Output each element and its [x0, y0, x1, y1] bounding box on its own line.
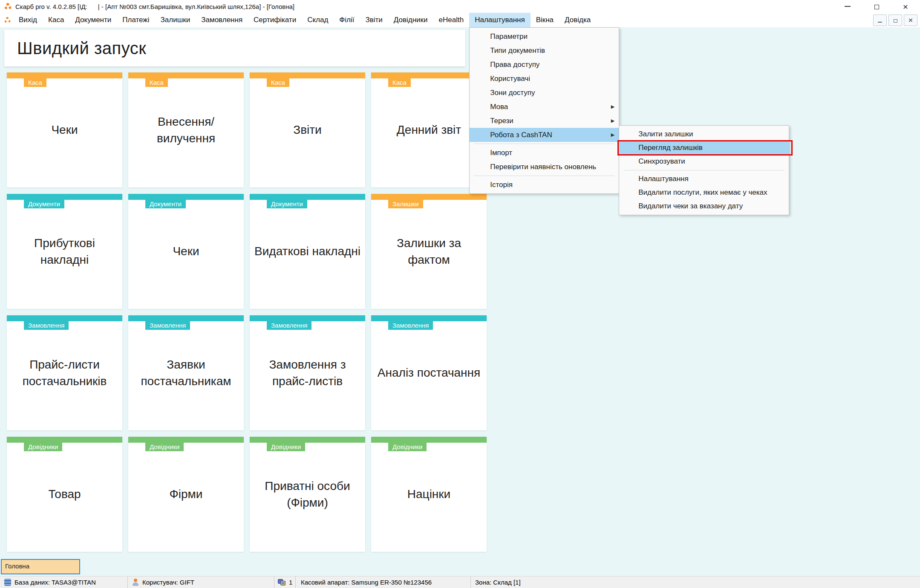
submenu-item-perehliad-zalyshkiv[interactable]: Перегляд залишків	[619, 141, 789, 155]
menubar-item-vykhid[interactable]: Вихід	[13, 13, 43, 27]
tile-pryvatni-osoby[interactable]: Довідники Приватні особи (Фірми)	[250, 437, 365, 552]
tile-category-tag: Довідники	[388, 443, 427, 451]
tab-holovna[interactable]: Головна	[1, 559, 80, 574]
mdi-minimize-button[interactable]	[873, 14, 887, 26]
menu-item-perevirity-onovlennia[interactable]: Перевірити наявність оновлень	[470, 160, 619, 174]
submenu-item-nalashtuvannia[interactable]: Налаштування	[619, 172, 789, 186]
menu-item-parametry[interactable]: Параметри	[470, 29, 619, 43]
status-database: База даних: TASA3@TITAN	[0, 576, 128, 588]
tile-category-tag: Замовлення	[388, 321, 433, 330]
quick-launch-grid: Каса Чеки Каса Внесення/вилучення Каса З…	[7, 72, 487, 552]
menu-separator	[474, 176, 614, 176]
menubar-item-nalashtuvannia[interactable]: Налаштування Параметри Типи документів П…	[469, 13, 531, 27]
tile-category-tag: Документи	[145, 200, 186, 208]
submenu-item-vydalyty-posluhy[interactable]: Видалити послуги, яких немає у чеках	[619, 186, 789, 199]
status-cash-register: Касовий апарат: Samsung ER-350 №123456	[296, 576, 471, 588]
tile-category-strip	[7, 194, 122, 200]
tile-cheky-kasa[interactable]: Каса Чеки	[7, 72, 122, 187]
tile-category-tag: Замовлення	[24, 321, 69, 330]
tile-prais-lysty-postachalnykiv[interactable]: Замовлення Прайс-листи постачальників	[7, 315, 122, 430]
restore-icon	[874, 5, 879, 9]
submenu-item-vydalyty-cheky[interactable]: Видалити чеки за вказану дату	[619, 199, 789, 213]
mdi-window-controls: ×	[873, 14, 917, 26]
tile-category-tag: Каса	[145, 78, 168, 87]
status-bar: База даних: TASA3@TITAN Користувач: GIFT…	[0, 576, 920, 588]
menu-item-zony-dostupu[interactable]: Зони доступу	[470, 86, 619, 100]
menubar-item-zvity[interactable]: Звіти	[360, 13, 388, 27]
tile-tovar[interactable]: Довідники Товар	[7, 437, 122, 552]
menubar-item-vikna[interactable]: Вікна	[531, 13, 559, 27]
tile-category-strip	[7, 315, 122, 321]
tile-category-strip	[128, 72, 244, 78]
tile-category-strip	[128, 315, 244, 321]
minimize-button[interactable]	[833, 0, 862, 13]
tile-natsinky[interactable]: Довідники Націнки	[371, 437, 487, 552]
tile-cheky-dokumenty[interactable]: Документи Чеки	[128, 194, 244, 309]
main-content: Швидкий запуск Каса Чеки Каса Внесення/в…	[0, 27, 920, 576]
user-icon	[132, 579, 139, 586]
close-icon: ×	[903, 2, 908, 11]
submenu-arrow-icon: ▶	[611, 100, 614, 114]
tile-zvity-kasa[interactable]: Каса Звіти	[250, 72, 365, 187]
menu-item-import[interactable]: Імпорт	[470, 146, 619, 160]
status-register-count: 1	[274, 576, 296, 588]
menubar-item-ehealth[interactable]: eHealth	[433, 13, 470, 27]
menubar-item-zamovlennia[interactable]: Замовлення	[196, 13, 248, 27]
menu-items: Вихід Каса Документи Платежі Залишки Зам…	[13, 13, 596, 27]
menubar-item-zalyshky[interactable]: Залишки	[155, 13, 196, 27]
mdi-close-button[interactable]: ×	[904, 14, 917, 26]
menu-item-korystuvachi[interactable]: Користувачі	[470, 72, 619, 86]
tile-zaiavky-postachalnykam[interactable]: Замовлення Заявки постачальникам	[128, 315, 244, 430]
submenu-arrow-icon: ▶	[611, 114, 614, 128]
tile-firmy[interactable]: Довідники Фірми	[128, 437, 244, 552]
menu-item-terezy[interactable]: Терези▶	[470, 114, 619, 128]
menubar-item-dovidka[interactable]: Довідка	[559, 13, 596, 27]
app-logo-icon	[4, 3, 12, 10]
menu-item-typy-dokumentiv[interactable]: Типи документів	[470, 43, 619, 58]
tile-category-strip	[7, 72, 122, 78]
database-icon	[4, 579, 11, 586]
tile-category-strip	[128, 437, 244, 443]
tile-category-strip	[371, 315, 487, 321]
tile-category-tag: Довідники	[145, 443, 184, 451]
submenu-item-zalyty-zalyshky[interactable]: Залити залишки	[619, 127, 789, 141]
menubar-item-kasa[interactable]: Каса	[43, 13, 69, 27]
cashtan-submenu: Залити залишки Перегляд залишків Синхроз…	[619, 125, 789, 215]
close-icon: ×	[908, 17, 913, 24]
menu-item-prava-dostupu[interactable]: Права доступу	[470, 58, 619, 72]
menu-separator	[623, 170, 784, 170]
menu-separator	[474, 144, 614, 144]
tile-category-tag: Довідники	[267, 443, 305, 451]
title-bar: Скарб pro v. 4.0.2.85 [ІД: | - [Апт №003…	[0, 0, 920, 13]
menu-item-istoriia[interactable]: Історія	[470, 178, 619, 192]
menubar-item-sertyfikaty[interactable]: Сертифікати	[248, 13, 302, 27]
status-zone: Зона: Склад [1]	[471, 576, 641, 588]
tile-zalyshky-za-faktom[interactable]: Залишки Залишки за фактом	[371, 194, 487, 309]
tile-category-strip	[250, 315, 365, 321]
menubar-item-platezhi[interactable]: Платежі	[117, 13, 155, 27]
tile-zamovlennia-z-prais-lystiv[interactable]: Замовлення Замовлення з прайс-листів	[250, 315, 365, 430]
mdi-restore-button[interactable]	[888, 14, 902, 26]
tile-category-strip	[371, 194, 487, 200]
submenu-item-synkhrozuvaty[interactable]: Синхрозувати	[619, 155, 789, 168]
window-controls: ×	[833, 0, 920, 13]
tile-vnesennia-vyluchennia[interactable]: Каса Внесення/вилучення	[128, 72, 244, 187]
tile-prybutkovi-nakladni[interactable]: Документи Прибуткові накладні	[7, 194, 122, 309]
menubar-item-sklad[interactable]: Склад	[302, 13, 334, 27]
menubar-item-dokumenty[interactable]: Документи	[69, 13, 117, 27]
minimize-icon	[878, 22, 882, 23]
tile-vydatkovi-nakladni[interactable]: Документи Видаткові накладні	[250, 194, 365, 309]
restore-button[interactable]	[862, 0, 891, 13]
tile-category-tag: Каса	[388, 78, 411, 87]
close-button[interactable]: ×	[891, 0, 920, 13]
tile-analiz-postachannia[interactable]: Замовлення Аналіз постачання	[371, 315, 487, 430]
tile-category-strip	[371, 437, 487, 443]
menu-item-robota-z-cashtan[interactable]: Робота з CashTAN ▶ Залити залишки Перегл…	[470, 128, 619, 142]
menubar-item-dovidnyky[interactable]: Довідники	[388, 13, 433, 27]
quick-launch-header: Швидкий запуск	[4, 30, 465, 66]
tile-category-tag: Замовлення	[267, 321, 311, 330]
menubar-item-filii[interactable]: Філії	[334, 13, 360, 27]
cash-register-icon	[278, 579, 286, 585]
menu-item-mova[interactable]: Мова▶	[470, 100, 619, 114]
page-title: Швидкий запуск	[17, 39, 146, 58]
